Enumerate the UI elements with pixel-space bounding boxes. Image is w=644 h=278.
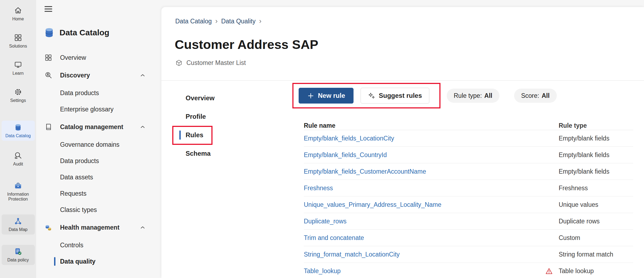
sidebar-item-data-assets[interactable]: Data assets bbox=[36, 169, 161, 185]
grid-icon bbox=[14, 33, 22, 42]
table-row: String_format_match_LocationCityString f… bbox=[304, 246, 633, 263]
sidebar-item-data-products[interactable]: Data products bbox=[36, 153, 161, 169]
rule-type-cell: Empty/blank fields bbox=[559, 151, 633, 159]
sidebar-item-governance-domains[interactable]: Governance domains bbox=[36, 136, 161, 153]
sparkle-icon bbox=[368, 92, 375, 99]
table-row: Empty/blank_fields_CustomerAccountNameEm… bbox=[304, 163, 633, 180]
rule-link-table-lookup[interactable]: Table_lookup bbox=[304, 267, 341, 274]
tab-rules[interactable]: Rules bbox=[186, 126, 262, 144]
rule-name-cell: Trim and concatenate bbox=[304, 234, 545, 242]
rule-link-trim-and-concatenate[interactable]: Trim and concatenate bbox=[304, 234, 364, 241]
health-icon bbox=[44, 223, 52, 232]
sidebar-item-data-products[interactable]: Data products bbox=[36, 85, 161, 101]
chevron-up-icon bbox=[139, 224, 146, 231]
table-row: Empty/blank_fields_CountryIdEmpty/blank … bbox=[304, 147, 633, 163]
rail-item-label: Home bbox=[12, 17, 24, 21]
rail-item-data-policy[interactable]: Data policy bbox=[2, 245, 35, 265]
policy-icon bbox=[14, 247, 22, 256]
cube-icon bbox=[175, 59, 183, 67]
asset-tabs: OverviewProfileRulesSchema bbox=[186, 89, 262, 163]
sidebar-item-data-quality[interactable]: Data quality bbox=[36, 253, 161, 270]
rail-item-data-map[interactable]: Data Map bbox=[2, 214, 35, 235]
filter-pill-label: Score: bbox=[521, 92, 539, 99]
tab-profile[interactable]: Profile bbox=[186, 107, 262, 126]
data-catalog-logo-icon bbox=[43, 27, 55, 39]
catalog-color-icon bbox=[14, 123, 22, 132]
rule-name-cell: Empty/blank_fields_CustomerAccountName bbox=[304, 168, 545, 175]
breadcrumb-separator-icon: › bbox=[259, 17, 261, 25]
home-icon bbox=[14, 6, 22, 15]
sidebar-item-classic-types[interactable]: Classic types bbox=[36, 202, 161, 218]
gear-icon bbox=[14, 88, 22, 96]
table-row: Trim and concatenateCustom bbox=[304, 230, 633, 246]
suggest-rules-button[interactable]: Suggest rules bbox=[361, 88, 429, 104]
rail-item-label: Data policy bbox=[7, 258, 29, 263]
menu-icon[interactable] bbox=[43, 4, 54, 14]
table-row: Duplicate_rowsDuplicate rows bbox=[304, 213, 633, 230]
sidebar-item-overview[interactable]: Overview bbox=[36, 49, 161, 66]
rule-link-freshness[interactable]: Freshness bbox=[304, 185, 333, 192]
secondary-nav: Data Catalog OverviewDiscoveryData produ… bbox=[36, 0, 161, 278]
rail-item-learn[interactable]: Learn bbox=[2, 58, 35, 78]
filter-pill-label: Rule type: bbox=[454, 92, 482, 99]
book-icon bbox=[44, 123, 52, 131]
table-row: Unique_values_Primary_Address_Locality_N… bbox=[304, 196, 633, 213]
filter-pill-rule-type[interactable]: Rule type:All bbox=[447, 89, 499, 103]
plus-icon bbox=[307, 92, 314, 99]
rail-item-label: Settings bbox=[10, 98, 26, 103]
rule-link-empty-blank-fields-countryid[interactable]: Empty/blank_fields_CountryId bbox=[304, 151, 387, 158]
sidebar-item-health-management[interactable]: Health management bbox=[36, 218, 161, 237]
sidebar-item-controls[interactable]: Controls bbox=[36, 237, 161, 253]
rule-type-cell: String format match bbox=[559, 251, 633, 258]
new-rule-button[interactable]: New rule bbox=[299, 88, 354, 104]
rail-item-label: Data Map bbox=[9, 227, 27, 232]
table-header-row: Rule name Rule type bbox=[304, 121, 633, 130]
sidebar-item-discovery[interactable]: Discovery bbox=[36, 66, 161, 85]
rule-type-cell: Empty/blank fields bbox=[559, 168, 633, 175]
rule-link-string-format-match-locationcity[interactable]: String_format_match_LocationCity bbox=[304, 251, 400, 258]
menu-icon bbox=[43, 4, 54, 14]
main-content: Data Catalog›Data Quality› Customer Addr… bbox=[161, 7, 644, 278]
breadcrumb-link-data-catalog[interactable]: Data Catalog bbox=[175, 18, 212, 25]
rule-status-cell bbox=[545, 267, 559, 275]
rule-name-cell: Table_lookup bbox=[304, 267, 545, 275]
rule-type-cell: Freshness bbox=[559, 185, 633, 192]
rail-item-label: Solutions bbox=[9, 44, 27, 49]
tab-schema[interactable]: Schema bbox=[186, 144, 262, 163]
sidebar-item-requests[interactable]: Requests bbox=[36, 185, 161, 202]
rail-item-information-protection[interactable]: Information Protection bbox=[2, 179, 35, 204]
rail-item-audit[interactable]: Audit bbox=[2, 149, 35, 169]
sidebar-item-catalog-management[interactable]: Catalog management bbox=[36, 117, 161, 136]
audit-icon bbox=[14, 151, 22, 160]
rules-toolbar: New rule Suggest rules Rule type:AllScor… bbox=[299, 88, 557, 104]
sidebar-item-label: Requests bbox=[60, 190, 86, 197]
filter-pills: Rule type:AllScore:All bbox=[429, 89, 557, 103]
warning-icon bbox=[545, 267, 553, 275]
rail-item-solutions[interactable]: Solutions bbox=[2, 31, 35, 51]
rail-item-label: Data Catalog bbox=[5, 133, 31, 138]
rule-link-duplicate-rows[interactable]: Duplicate_rows bbox=[304, 218, 346, 225]
app-rail: HomeSolutionsLearnSettingsData CatalogAu… bbox=[0, 0, 36, 278]
asset-subtitle: Customer Master List bbox=[175, 59, 246, 67]
rule-type-cell: Custom bbox=[559, 234, 633, 242]
filter-pill-score[interactable]: Score:All bbox=[514, 89, 557, 103]
asset-subtitle-label: Customer Master List bbox=[186, 59, 246, 67]
sidebar-item-label: Catalog management bbox=[60, 123, 123, 131]
chevron-up-icon bbox=[139, 123, 146, 130]
rail-item-label: Audit bbox=[13, 162, 23, 167]
nav-header: Data Catalog bbox=[43, 27, 109, 39]
rail-item-data-catalog[interactable]: Data Catalog bbox=[2, 121, 35, 141]
sidebar-item-label: Controls bbox=[60, 242, 83, 249]
rail-item-home[interactable]: Home bbox=[2, 4, 35, 24]
tab-overview[interactable]: Overview bbox=[186, 89, 262, 107]
table-body: Empty/blank_fields_LocationCityEmpty/bla… bbox=[304, 130, 633, 278]
breadcrumb-link-data-quality[interactable]: Data Quality bbox=[221, 18, 256, 25]
sidebar-item-enterprise-glossary[interactable]: Enterprise glossary bbox=[36, 101, 161, 117]
rail-item-settings[interactable]: Settings bbox=[2, 85, 35, 105]
sidebar-item-label: Enterprise glossary bbox=[60, 106, 114, 113]
rule-name-cell: Freshness bbox=[304, 185, 545, 192]
rule-link-unique-values-primary-address-locality-name[interactable]: Unique_values_Primary_Address_Locality_N… bbox=[304, 201, 441, 208]
rule-type-cell: Unique values bbox=[559, 201, 633, 208]
rule-link-empty-blank-fields-locationcity[interactable]: Empty/blank_fields_LocationCity bbox=[304, 135, 394, 142]
rule-link-empty-blank-fields-customeraccountname[interactable]: Empty/blank_fields_CustomerAccountName bbox=[304, 168, 426, 175]
